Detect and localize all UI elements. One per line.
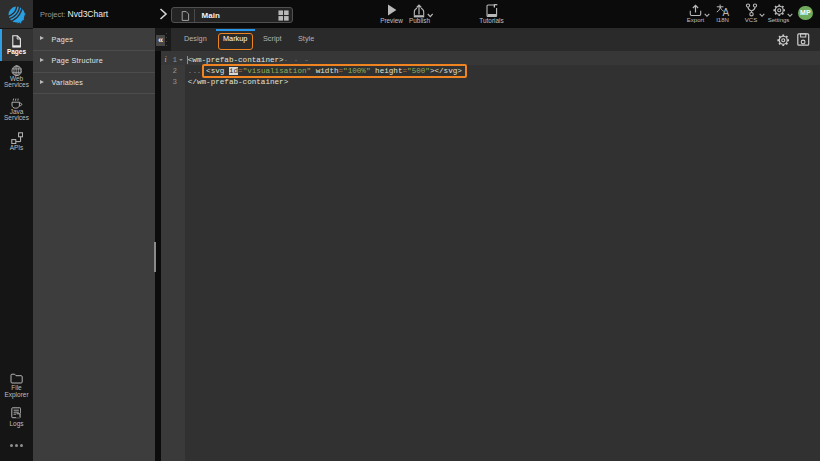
svg-text:A: A <box>722 6 729 15</box>
